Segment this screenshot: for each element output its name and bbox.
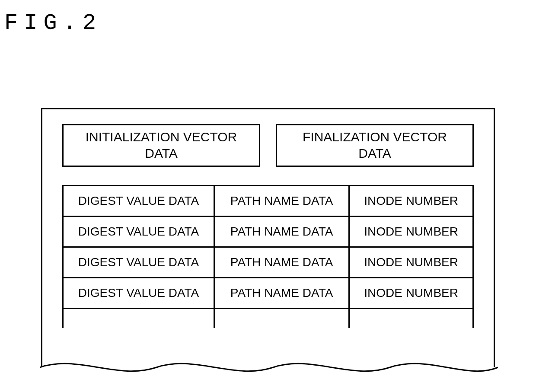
cell-inode: INODE NUMBER bbox=[350, 186, 472, 216]
figure-label: FIG.2 bbox=[4, 10, 102, 36]
table-row: DIGEST VALUE DATA PATH NAME DATA INODE N… bbox=[64, 278, 472, 309]
cell-inode: INODE NUMBER bbox=[350, 278, 472, 308]
table-row: DIGEST VALUE DATA PATH NAME DATA INODE N… bbox=[64, 248, 472, 278]
cell-path: PATH NAME DATA bbox=[215, 278, 350, 308]
cell-path: PATH NAME DATA bbox=[215, 248, 350, 277]
cell-digest: DIGEST VALUE DATA bbox=[64, 217, 215, 246]
table-row-continuation bbox=[64, 309, 472, 328]
header-row: INITIALIZATION VECTORDATA FINALIZATION V… bbox=[62, 124, 474, 167]
cell-path: PATH NAME DATA bbox=[215, 217, 350, 246]
table-row: DIGEST VALUE DATA PATH NAME DATA INODE N… bbox=[64, 186, 472, 217]
cell-digest: DIGEST VALUE DATA bbox=[64, 186, 215, 216]
diagram-container: INITIALIZATION VECTORDATA FINALIZATION V… bbox=[41, 108, 495, 367]
table-row: DIGEST VALUE DATA PATH NAME DATA INODE N… bbox=[64, 217, 472, 248]
cell-inode: INODE NUMBER bbox=[350, 248, 472, 277]
initialization-vector-box: INITIALIZATION VECTORDATA bbox=[62, 124, 260, 167]
cell-path bbox=[215, 309, 350, 328]
finalization-vector-box: FINALIZATION VECTORDATA bbox=[276, 124, 474, 167]
cell-inode: INODE NUMBER bbox=[350, 217, 472, 246]
cell-digest: DIGEST VALUE DATA bbox=[64, 278, 215, 308]
cell-path: PATH NAME DATA bbox=[215, 186, 350, 216]
cell-inode bbox=[350, 309, 472, 328]
cell-digest bbox=[64, 309, 215, 328]
cell-digest: DIGEST VALUE DATA bbox=[64, 248, 215, 277]
data-table: DIGEST VALUE DATA PATH NAME DATA INODE N… bbox=[62, 185, 474, 328]
